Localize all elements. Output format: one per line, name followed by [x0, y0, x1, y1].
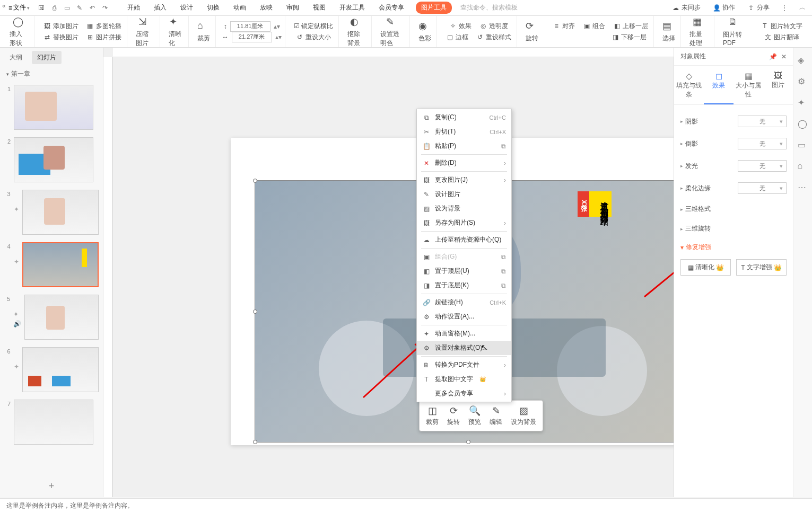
shadow-select[interactable]: 无	[738, 116, 787, 127]
share-button[interactable]: ⇪分享	[745, 2, 772, 13]
tab-view[interactable]: 视图	[307, 0, 332, 15]
rail-effect-icon[interactable]: ✦	[798, 98, 808, 108]
float-edit[interactable]: ✎编辑	[485, 404, 507, 428]
tab-start[interactable]: 开始	[121, 0, 146, 15]
resize-handle[interactable]	[253, 179, 257, 183]
slide-thumb-2[interactable]	[14, 137, 93, 182]
tab-review[interactable]: 审阅	[280, 0, 305, 15]
rail-design-icon[interactable]: ◈	[798, 55, 808, 66]
ctx-save-as[interactable]: 🖼另存为图片(S)›	[417, 216, 511, 230]
lock-ratio-checkbox[interactable]: ☑锁定纵横比	[292, 21, 335, 32]
ctx-delete[interactable]: ✕删除(D)›	[417, 156, 511, 170]
picture-join-button[interactable]: ⊞图片拼接	[84, 32, 124, 43]
collapse-panel-icon[interactable]: «	[2, 2, 6, 10]
ctx-more-vip[interactable]: 更多会员专享›	[417, 386, 511, 401]
tab-show[interactable]: 放映	[254, 0, 279, 15]
resize-handle[interactable]	[253, 440, 257, 444]
slide-thumb-1[interactable]	[14, 85, 93, 130]
send-backward-button[interactable]: ◨下移一层	[609, 32, 649, 43]
ctx-top[interactable]: ◧置于顶层(U)⧉	[417, 264, 511, 278]
print-icon[interactable]: ⎙	[49, 3, 59, 13]
ctx-upload[interactable]: ☁上传至稻壳资源中心(Q)	[417, 233, 511, 247]
sharpen-button[interactable]: ✦清晰化	[167, 16, 185, 48]
compress-button[interactable]: ⇲压缩图片	[134, 16, 157, 48]
ctx-bottom[interactable]: ◨置于底层(K)⧉	[417, 278, 511, 293]
float-crop[interactable]: ◫裁剪	[422, 404, 443, 428]
redo-icon[interactable]: ↷	[100, 3, 110, 13]
ctx-cut[interactable]: ✂剪切(T)Ctrl+X	[417, 125, 511, 139]
width-input[interactable]: 21.27厘米	[232, 32, 272, 42]
spinner-icon[interactable]: ▴▾	[275, 33, 282, 41]
reset-size-button[interactable]: ↺重设大小	[293, 32, 333, 43]
to-pdf-button[interactable]: 🗎图片转PDF	[721, 16, 749, 47]
outline-tab[interactable]: 大纲	[4, 51, 28, 64]
slide-thumb-4[interactable]	[22, 242, 99, 287]
pin-icon[interactable]: 📌	[769, 53, 777, 60]
rp-sharpen-button[interactable]: ▦清晰化👑	[680, 259, 731, 276]
brush-icon[interactable]: ✎	[74, 3, 85, 13]
reset-style-button[interactable]: ↺重设样式	[474, 32, 513, 43]
set-trans-button[interactable]: ✎设置透明色	[378, 16, 406, 48]
rp-tab-fill[interactable]: ◇填充与线条	[674, 66, 704, 104]
group-button[interactable]: ▣组合	[580, 21, 607, 32]
rail-settings-icon[interactable]: ⚙	[798, 76, 808, 87]
color-button[interactable]: ◉色彩	[416, 20, 433, 43]
bring-forward-button[interactable]: ◧上移一层	[610, 21, 650, 32]
effect-button[interactable]: ✧效果	[447, 21, 474, 32]
preview-icon[interactable]: ▭	[62, 3, 72, 13]
resize-handle[interactable]	[253, 309, 257, 314]
remove-bg-button[interactable]: ◐抠除背景	[345, 16, 369, 48]
ctx-format-object[interactable]: ⚙设置对象格式(O)...	[417, 341, 511, 355]
multi-picture-button[interactable]: ▦多图轮播	[84, 21, 124, 32]
picture-tools-badge[interactable]: 图片工具	[416, 2, 452, 14]
rp-3d-format[interactable]: ▸三维格式	[680, 205, 711, 214]
slide-thumb-6[interactable]	[22, 347, 99, 392]
rp-shadow[interactable]: ▸阴影	[680, 117, 698, 126]
tab-design[interactable]: 设计	[174, 0, 199, 15]
rp-soft[interactable]: ▸柔化边缘	[680, 184, 711, 193]
slide-thumb-7[interactable]	[14, 400, 93, 445]
tab-anim[interactable]: 动画	[227, 0, 252, 15]
ctx-to-pdf[interactable]: 🗎转换为PDF文件›	[417, 358, 511, 372]
align-button[interactable]: ≡对齐	[550, 21, 577, 32]
tab-vip[interactable]: 会员专享	[372, 0, 411, 15]
rp-reflect[interactable]: ▸倒影	[680, 139, 698, 148]
more-icon[interactable]: ⋮	[779, 3, 790, 13]
rp-tab-pic[interactable]: 🖼图片	[763, 66, 793, 104]
ctx-change-pic[interactable]: 🖼更改图片(J)›	[417, 173, 511, 187]
rp-fix-enhance[interactable]: ▾修复增强	[680, 238, 787, 256]
chapter-label[interactable]: ▾第一章	[0, 67, 103, 81]
undo-icon[interactable]: ↶	[87, 3, 98, 13]
select-pane-button[interactable]: ▤选择	[660, 20, 677, 43]
resize-handle[interactable]	[466, 440, 470, 444]
slide-thumb-3[interactable]	[22, 190, 99, 235]
collapse-ribbon-icon[interactable]: ︿	[797, 3, 808, 13]
height-input[interactable]: 11.81厘米	[230, 21, 270, 32]
float-rotate[interactable]: ⟳旋转	[443, 404, 464, 428]
tab-transition[interactable]: 切换	[200, 0, 226, 15]
tab-insert[interactable]: 插入	[147, 0, 173, 15]
rp-3d-rotate[interactable]: ▸三维旋转	[680, 224, 711, 233]
collab-button[interactable]: 👤协作	[710, 2, 737, 13]
rail-anim-icon[interactable]: ▭	[798, 140, 808, 151]
ctx-copy[interactable]: ⧉复制(C)Ctrl+C	[417, 110, 511, 125]
border-button[interactable]: ▢边框	[443, 32, 470, 43]
add-slide-button[interactable]: +	[0, 475, 103, 497]
crop-button[interactable]: ⌂裁剪	[195, 20, 212, 43]
rail-help-icon[interactable]: ⌂	[798, 161, 808, 172]
add-picture-button[interactable]: 🖼添加图片	[41, 21, 81, 32]
soft-select[interactable]: 无	[738, 182, 787, 194]
pic-to-text-button[interactable]: T图片转文字	[758, 21, 805, 32]
search-input[interactable]: 查找命令、搜索模板	[460, 3, 535, 12]
transparency-button[interactable]: ◎透明度	[477, 21, 510, 32]
slides-tab[interactable]: 幻灯片	[32, 51, 62, 64]
float-preview[interactable]: 🔍预览	[464, 404, 485, 428]
rp-tab-effect[interactable]: ◻效果	[704, 66, 734, 104]
slide-thumb-5[interactable]	[24, 295, 99, 340]
ctx-anim-pane[interactable]: ✦动画窗格(M)...	[417, 326, 511, 341]
file-menu[interactable]: ≡ 文件 ▾	[4, 1, 34, 14]
tab-dev[interactable]: 开发工具	[333, 0, 371, 15]
spinner-icon[interactable]: ▴▾	[274, 23, 280, 30]
unsync-button[interactable]: ☁未同步	[669, 2, 703, 13]
ctx-action[interactable]: ⚙动作设置(A)...	[417, 309, 511, 324]
